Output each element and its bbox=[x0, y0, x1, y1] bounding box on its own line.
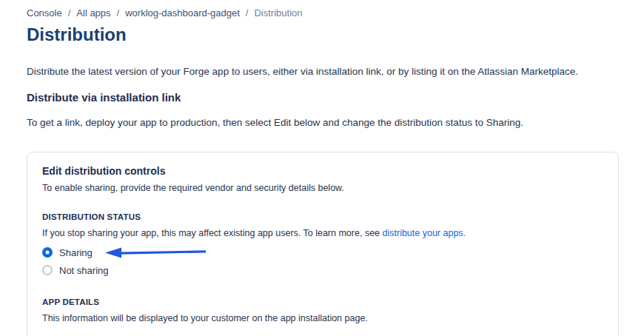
section-heading: Distribute via installation link bbox=[27, 92, 619, 104]
breadcrumb-separator: / bbox=[117, 8, 120, 19]
breadcrumb-separator: / bbox=[68, 8, 71, 19]
radio-label-not-sharing: Not sharing bbox=[59, 265, 108, 276]
breadcrumb-item-current: Distribution bbox=[254, 8, 302, 19]
breadcrumb-item-console[interactable]: Console bbox=[27, 8, 62, 19]
breadcrumb: Console / All apps / worklog-dashboard-g… bbox=[27, 8, 619, 19]
page: Console / All apps / worklog-dashboard-g… bbox=[0, 0, 644, 336]
distribution-status-warning: If you stop sharing your app, this may a… bbox=[42, 228, 603, 239]
card-subtitle: To enable sharing, provide the required … bbox=[42, 183, 603, 194]
annotation-arrow-icon bbox=[105, 246, 207, 258]
distribute-your-apps-link[interactable]: distribute your apps. bbox=[383, 228, 466, 238]
radio-button-sharing[interactable] bbox=[42, 247, 53, 258]
radio-label-sharing: Sharing bbox=[59, 247, 93, 258]
radio-option-not-sharing[interactable]: Not sharing bbox=[42, 264, 603, 276]
app-details-text: This information will be displayed to yo… bbox=[42, 313, 603, 324]
breadcrumb-separator: / bbox=[246, 8, 249, 19]
edit-distribution-card: Edit distribution controls To enable sha… bbox=[27, 152, 619, 336]
section-instructions: To get a link, deploy your app to produc… bbox=[27, 117, 619, 129]
radio-option-sharing[interactable]: Sharing bbox=[42, 246, 603, 258]
warning-text: If you stop sharing your app, this may a… bbox=[42, 228, 380, 238]
intro-text: Distribute the latest version of your Fo… bbox=[27, 66, 619, 78]
radio-button-not-sharing[interactable] bbox=[42, 265, 53, 275]
breadcrumb-item-app[interactable]: worklog-dashboard-gadget bbox=[125, 8, 240, 19]
breadcrumb-item-all-apps[interactable]: All apps bbox=[76, 8, 110, 19]
app-details-label: APP DETAILS bbox=[42, 297, 603, 307]
card-title: Edit distribution controls bbox=[42, 165, 603, 177]
distribution-status-label: DISTRIBUTION STATUS bbox=[42, 212, 603, 222]
page-title: Distribution bbox=[27, 24, 619, 46]
